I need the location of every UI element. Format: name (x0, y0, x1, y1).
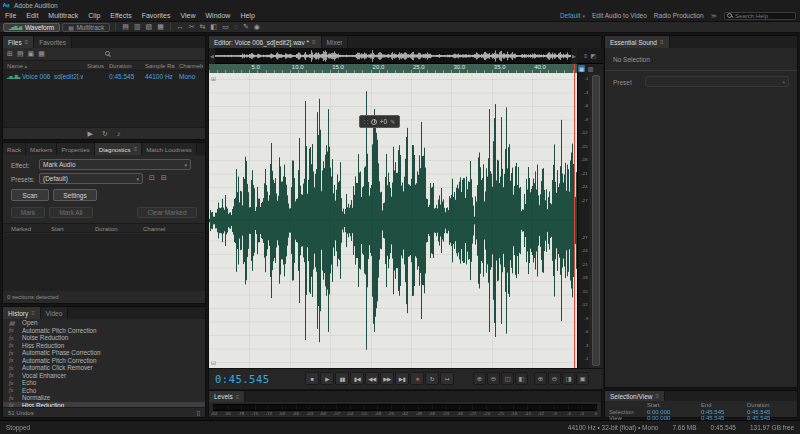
record-button[interactable]: ● (410, 372, 424, 385)
amplitude-ruler[interactable]: -1-1-3-3-6-6-9-9-12-12-15-15-18-18-21-21… (577, 73, 589, 368)
marquee-tool-icon[interactable]: ▭ (221, 22, 230, 32)
column-header-name[interactable]: Name ▴ (3, 63, 83, 69)
history-item[interactable]: fxEcho (3, 387, 205, 395)
zoom-right-button[interactable]: ◨ (562, 372, 575, 385)
workspace-active[interactable]: Default▾ (560, 12, 585, 19)
history-item[interactable]: fxAutomatic Click Remover (3, 364, 205, 372)
zoom-left-button[interactable]: ◧ (515, 372, 528, 385)
zoom-out-time-button[interactable]: ⊖ (487, 372, 500, 385)
panel-options-icon[interactable]: ≡ (584, 53, 588, 59)
panel-menu-icon[interactable]: ≡ (25, 39, 29, 45)
spot-healing-tool-icon[interactable]: ◉ (253, 22, 261, 32)
media-browser-icon[interactable]: ▦ (38, 50, 45, 58)
file-row[interactable]: ▂▅▂▇▃Voice 006_sd[edit2].wav *0:45.54544… (3, 71, 205, 82)
panel-tab-markers[interactable]: Markers (26, 143, 57, 155)
delete-preset-icon[interactable]: ⊟ (161, 174, 167, 182)
workspace-item-radio-production[interactable]: Radio Production (654, 12, 704, 19)
column-header-status[interactable]: Status (83, 63, 105, 69)
media-browser-icon[interactable]: ▦ (156, 22, 165, 32)
open-file-icon[interactable]: ▤ (17, 50, 24, 58)
mark-button[interactable]: Mark (11, 207, 45, 218)
volume-knob-icon[interactable] (371, 119, 377, 125)
panel-tab-rack[interactable]: Rack (3, 143, 26, 155)
search-help-input[interactable] (735, 13, 793, 19)
timeline-ruler[interactable]: 5.010.015.020.025.030.035.040.0 (209, 64, 577, 73)
fast-forward-button[interactable]: ▶▶ (380, 372, 394, 385)
import-file-icon[interactable]: ▣ (28, 50, 35, 58)
autoplay-icon[interactable]: ♪ (117, 130, 121, 137)
zoom-selection-button[interactable]: ◫ (501, 372, 514, 385)
open-file-icon[interactable]: ▤ (121, 22, 130, 32)
channel-toggle-icon[interactable]: ⊟ (211, 359, 216, 366)
mark-all-button[interactable]: Mark All (49, 207, 93, 218)
workspace-item-edit-audio-to-video[interactable]: Edit Audio to Video (592, 12, 647, 19)
levels-tab[interactable]: Levels ≡ (209, 391, 245, 402)
selection-view-tab[interactable]: Selection/View ≡ (605, 391, 665, 401)
play-icon[interactable]: ▶ (88, 130, 93, 138)
history-item[interactable]: fxEcho (3, 379, 205, 387)
result-column-marked[interactable]: Marked (11, 226, 31, 232)
edit-pencil-icon[interactable]: ✎ (390, 118, 395, 125)
editor-tab[interactable]: Editor: Voice 006_sd[edit2].wav * ≡ (209, 36, 322, 48)
paintbrush-tool-icon[interactable]: ✎ (242, 22, 250, 32)
history-item[interactable]: fxVocal Enhancer (3, 372, 205, 380)
snapshot-icon[interactable]: ◩ (590, 52, 596, 59)
preset-dropdown[interactable]: ▾ (645, 76, 789, 87)
new-file-icon[interactable]: ⊞ (7, 50, 13, 58)
history-item[interactable]: fxAutomatic Pitch Correction (3, 327, 205, 335)
menu-favorites[interactable]: Favorites (137, 10, 176, 21)
hud-grip-icon[interactable]: ∷ (364, 118, 368, 125)
scan-button[interactable]: Scan (11, 189, 49, 201)
save-preset-icon[interactable]: ⊡ (149, 174, 155, 182)
time-selection-tool-icon[interactable]: ◧ (210, 22, 219, 32)
history-tab-video[interactable]: Video (41, 307, 69, 319)
loop-icon[interactable]: ↻ (102, 130, 108, 138)
result-column-start[interactable]: Start (51, 226, 64, 232)
panel-tab-diagnostics[interactable]: Diagnostics≡ (95, 143, 143, 155)
workspace-overflow-icon[interactable]: ≫ (711, 12, 717, 19)
pause-button[interactable]: ▮▮ (335, 372, 349, 385)
waveform-mode-button[interactable]: ▂▅▇▃▆Waveform (3, 23, 60, 32)
menu-multitrack[interactable]: Multitrack (43, 10, 83, 21)
mixer-tab[interactable]: Mixer (322, 36, 349, 48)
essential-sound-tab[interactable]: Essential Sound ≡ (605, 36, 670, 48)
slip-tool-icon[interactable]: ⇆ (199, 22, 207, 32)
clear-marked-button[interactable]: Clear Marked (137, 207, 197, 218)
search-help-box[interactable] (724, 12, 796, 20)
settings-button[interactable]: Settings (53, 189, 97, 201)
files-tab-files[interactable]: Files≡ (3, 36, 34, 48)
menu-help[interactable]: Help (235, 10, 259, 21)
history-item[interactable]: fxAutomatic Phase Correction (3, 349, 205, 357)
search-icon[interactable] (105, 51, 111, 57)
channel-toggle-icon[interactable]: ⊞ (211, 75, 216, 82)
waveform-display[interactable]: ⊞ ⊟ ∷ +0 ✎ (209, 73, 577, 368)
effect-dropdown[interactable]: Mark Audio ▾ (39, 159, 191, 170)
playhead[interactable] (574, 73, 575, 368)
lasso-tool-icon[interactable]: ◌ (233, 22, 239, 32)
scroll-left-icon[interactable]: ◀ (209, 48, 215, 64)
history-item[interactable]: fxAutomatic Pitch Correction (3, 357, 205, 365)
files-tab-favorites[interactable]: Favorites (34, 36, 72, 48)
history-item[interactable]: ▤Open (3, 319, 205, 327)
result-column-duration[interactable]: Duration (95, 226, 118, 232)
history-tab-history[interactable]: History≡ (3, 307, 41, 319)
history-item[interactable]: fxNoise Reduction (3, 334, 205, 342)
rewind-button[interactable]: ◀◀ (365, 372, 379, 385)
clear-history-icon[interactable]: ▯ (196, 409, 200, 417)
panel-menu-icon[interactable]: ≡ (236, 394, 240, 400)
column-header-sample-rate[interactable]: Sample Rate (141, 63, 175, 69)
panel-menu-icon[interactable]: ≡ (660, 39, 664, 45)
volume-hud[interactable]: ∷ +0 ✎ (359, 115, 400, 128)
skip-selection-button[interactable]: ↦ (440, 372, 454, 385)
stop-button[interactable]: ■ (305, 372, 319, 385)
play-button[interactable]: ▶ (320, 372, 334, 385)
zoom-in-time-button[interactable]: ⊕ (473, 372, 486, 385)
export-icon[interactable]: ▧ (145, 22, 154, 32)
zoom-in-amplitude-button[interactable]: ⊕ (534, 372, 547, 385)
presets-dropdown[interactable]: (Default) ▾ (39, 173, 143, 184)
panel-tab-match-loudness[interactable]: Match Loudness (142, 143, 196, 155)
menu-clip[interactable]: Clip (83, 10, 105, 21)
panel-menu-icon[interactable]: ≡ (656, 393, 660, 399)
panel-menu-icon[interactable]: ≡ (134, 146, 138, 152)
panel-menu-icon[interactable]: ≡ (312, 39, 316, 45)
